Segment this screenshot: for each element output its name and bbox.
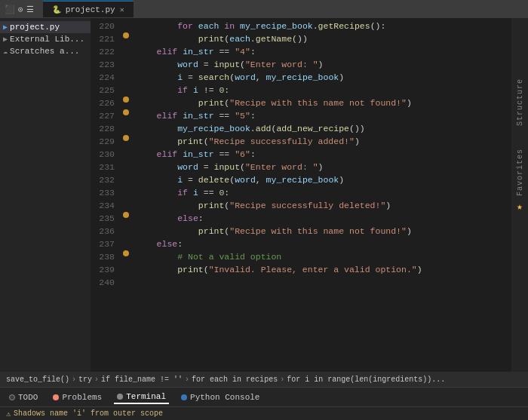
- tab-problems[interactable]: Problems: [50, 391, 105, 403]
- terminal-dot: [117, 394, 123, 400]
- breadcrumb-item-4: for each in recipes: [192, 376, 278, 384]
- code-line-221: print(each.getName()): [136, 32, 511, 45]
- breadcrumb-sep-2: ›: [94, 376, 99, 384]
- structure-panel: Structure Favorites ★: [511, 18, 528, 372]
- problems-dot: [53, 394, 59, 400]
- todo-dot: [9, 394, 15, 400]
- panel-tabs: TODO Problems Terminal Python Console: [0, 387, 528, 406]
- gutter-dot-5: [123, 212, 129, 218]
- code-line-229: print("Recipe successfully added!"): [136, 135, 511, 148]
- code-line-222: elif in_str == "4":: [136, 45, 511, 58]
- gutter-dot-6: [123, 250, 129, 256]
- code-line-239: print("Invalid. Please, enter a valid op…: [136, 263, 511, 276]
- code-lines[interactable]: for each in my_recipe_book.getRecipes():…: [131, 20, 511, 372]
- file-tree: ▶ project.py ▶ External Lib... ☁ Scratch…: [0, 18, 91, 372]
- list-icon[interactable]: ☰: [26, 5, 34, 14]
- warning-icon: ⚠: [6, 409, 11, 418]
- warning-bar: ⚠ Shadows name 'i' from outer scope: [0, 406, 528, 420]
- tab-label: project.py: [66, 5, 115, 14]
- config-icon[interactable]: ⊙: [18, 5, 23, 14]
- code-line-238: # Not a valid option: [136, 250, 511, 263]
- tab-bar: 🐍 project.py ✕: [43, 1, 134, 17]
- breadcrumb-sep-1: ›: [72, 376, 76, 384]
- expand-icon: ▶: [3, 23, 8, 32]
- line-numbers: 220 221 222 223 224 225 226 227 228 229 …: [91, 20, 121, 372]
- gutter: [121, 20, 131, 372]
- tab-terminal[interactable]: Terminal: [114, 391, 169, 404]
- file-tree-label: project.py: [10, 23, 60, 32]
- file-tree-label-ext: External Lib...: [10, 35, 84, 44]
- main-area: ▶ project.py ▶ External Lib... ☁ Scratch…: [0, 18, 528, 372]
- python-dot: [181, 394, 187, 400]
- code-line-236: print("Recipe with this name not found!"…: [136, 225, 511, 238]
- code-line-223: word = input("Enter word: "): [136, 58, 511, 71]
- file-tree-item-scratches[interactable]: ☁ Scratches a...: [0, 45, 91, 57]
- breadcrumb-sep-3: ›: [185, 376, 189, 384]
- code-line-228: my_recipe_book.add(add_new_recipe()): [136, 122, 511, 135]
- code-line-232: i = delete(word, my_recipe_book): [136, 173, 511, 186]
- breadcrumb-item-2: try: [78, 376, 92, 384]
- breadcrumb-item-5: for i in range(len(ingredients))...: [287, 376, 445, 384]
- top-bar: ⬛ ⊙ ☰ 🐍 project.py ✕: [0, 0, 528, 18]
- code-line-226: print("Recipe with this name not found!"…: [136, 97, 511, 109]
- code-line-230: elif in_str == "6":: [136, 148, 511, 161]
- breadcrumb-item-3: if file_name != '': [101, 376, 183, 384]
- gutter-dot-3: [123, 109, 129, 115]
- todo-label: TODO: [18, 393, 38, 402]
- code-line-233: if i == 0:: [136, 186, 511, 199]
- code-line-234: print("Recipe successfully deleted!"): [136, 199, 511, 212]
- gutter-dot-1: [123, 32, 129, 38]
- menu-icon[interactable]: ⬛: [5, 5, 15, 14]
- favorites-label: Favorites: [516, 149, 524, 196]
- file-tree-item-external[interactable]: ▶ External Lib...: [0, 33, 91, 45]
- code-line-225: if i != 0:: [136, 84, 511, 97]
- code-line-227: elif in_str == "5":: [136, 109, 511, 122]
- code-line-220: for each in my_recipe_book.getRecipes():: [136, 20, 511, 32]
- code-line-224: i = search(word, my_recipe_book): [136, 71, 511, 84]
- bottom-area: save_to_file() › try › if file_name != '…: [0, 372, 528, 420]
- tab-close-icon[interactable]: ✕: [120, 5, 124, 14]
- file-icon: 🐍: [52, 5, 61, 14]
- code-line-240: [136, 276, 511, 289]
- structure-label: Structure: [516, 78, 524, 126]
- breadcrumb-item-1: save_to_file(): [6, 376, 69, 384]
- code-container: 220 221 222 223 224 225 226 227 228 229 …: [91, 18, 511, 372]
- tab-python-console[interactable]: Python Console: [178, 391, 262, 403]
- terminal-label: Terminal: [126, 392, 166, 401]
- expand-icon-ext: ▶: [3, 35, 8, 44]
- scratches-icon: ☁: [3, 47, 8, 56]
- gutter-dot-2: [123, 97, 129, 103]
- code-line-237: else:: [136, 238, 511, 250]
- editor-area: 220 221 222 223 224 225 226 227 228 229 …: [91, 18, 511, 372]
- file-tree-item-project[interactable]: ▶ project.py: [0, 21, 91, 33]
- star-icon: ★: [517, 201, 523, 213]
- code-line-235: else:: [136, 212, 511, 225]
- code-line-231: word = input("Enter word: "): [136, 161, 511, 173]
- warning-text: Shadows name 'i' from outer scope: [14, 409, 163, 418]
- tab-todo[interactable]: TODO: [6, 391, 41, 403]
- problems-label: Problems: [62, 393, 102, 402]
- top-bar-icons: ⬛ ⊙ ☰: [5, 5, 34, 14]
- breadcrumb-sep-4: ›: [280, 376, 284, 384]
- python-label: Python Console: [190, 393, 259, 402]
- gutter-dot-4: [123, 135, 129, 141]
- breadcrumb-bar: save_to_file() › try › if file_name != '…: [0, 372, 528, 387]
- editor-tab[interactable]: 🐍 project.py ✕: [43, 1, 134, 17]
- file-tree-label-scratches: Scratches a...: [10, 47, 79, 56]
